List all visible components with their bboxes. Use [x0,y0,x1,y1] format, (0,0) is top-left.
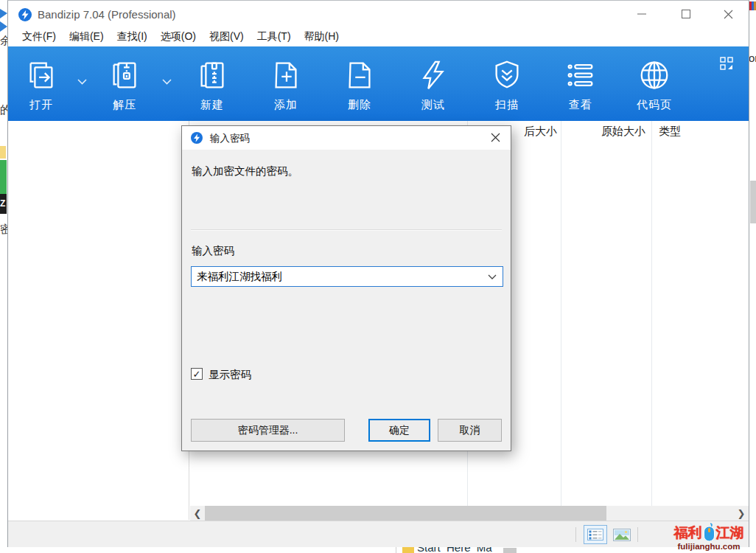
toolbar-open-label: 打开 [13,98,70,112]
background-clipped-text-right: or [749,52,756,64]
menu-find[interactable]: 查找(I) [111,28,154,46]
combobox-dropdown-chevron-icon[interactable] [488,274,497,279]
details-view-toggle[interactable] [584,525,607,544]
background-box-fragment [503,548,517,553]
horizontal-scrollbar[interactable]: ❮ ❯ [190,506,749,521]
watermark: 福利 江湖 fulijianghu.com [668,523,750,552]
toolbar-scan-button[interactable]: 扫描 [478,55,536,112]
close-icon [724,10,733,19]
column-header-original-size[interactable]: 原始大小 [572,125,645,139]
background-app-icon [0,9,7,34]
maximize-button[interactable] [673,4,699,24]
toolbar-delete-label: 删除 [331,98,388,112]
close-icon [491,133,500,142]
password-dialog: 输入密码 输入加密文件的密码。 输入密码 来福利江湖找福利 ✓ 显示密码 密码管… [181,125,511,451]
statusbar-divider [575,527,576,542]
toolbar-add-button[interactable]: 添加 [257,55,315,112]
checkmark-icon: ✓ [193,369,201,380]
scroll-left-arrow-icon[interactable]: ❮ [190,506,205,521]
desktop: 余 的 Z 密 or Start_Here_Ma Bandizip 7.04 (… [0,0,756,553]
menu-tools[interactable]: 工具(T) [251,28,298,46]
password-label: 输入密码 [192,244,234,258]
watermark-url: fulijianghu.com [668,543,750,552]
menu-options[interactable]: 选项(O) [154,28,203,46]
view-icon [564,58,598,92]
add-file-icon [269,58,303,92]
bandizip-logo-icon [191,132,203,144]
cancel-button[interactable]: 取消 [438,419,502,442]
toolbar-extract-button[interactable]: 解压 [96,55,153,112]
background-clipped-text: 密 [0,223,7,237]
background-color-bits [749,1,756,10]
bandizip-logo-icon [18,8,32,21]
extract-icon [108,58,141,92]
menu-edit[interactable]: 编辑(E) [63,28,111,46]
toolbar-test-button[interactable]: 测试 [405,55,462,112]
toolbar-new-label: 新建 [183,98,241,112]
toolbar-delete-button[interactable]: 删除 [331,55,388,112]
details-view-icon [587,529,603,540]
window-title: Bandizip 7.04 (Professional) [38,8,176,21]
scroll-right-arrow-icon[interactable]: ❯ [734,506,749,521]
background-divider [396,547,396,553]
toolbar-layout-toggle-icon[interactable] [720,57,733,70]
close-button[interactable] [715,4,741,24]
open-archive-icon [24,58,58,92]
toolbar-new-button[interactable]: 新建 [183,55,241,112]
watermark-text-right: 江湖 [716,526,744,540]
maximize-icon [682,10,690,18]
statusbar-divider [637,527,638,542]
extract-dropdown-chevron-icon[interactable] [162,79,172,85]
codepage-icon [637,58,671,92]
menu-view[interactable]: 视图(V) [203,28,251,46]
toolbar: 打开 解压 [8,46,749,121]
toolbar-view-button[interactable]: 查看 [552,55,609,112]
dialog-close-button[interactable] [483,128,508,147]
background-scrollbar-fragment [750,181,756,223]
show-password-checkbox[interactable]: ✓ [191,368,203,380]
test-icon [416,58,450,92]
toolbar-scan-label: 扫描 [478,98,536,112]
background-window-strip [749,0,756,553]
column-divider[interactable] [561,121,561,506]
toolbar-test-label: 测试 [405,98,462,112]
ok-button[interactable]: 确定 [368,419,430,442]
watermark-text-left: 福利 [674,526,702,540]
background-z-label: Z [0,194,7,214]
menu-file[interactable]: 文件(F) [15,28,63,46]
dialog-title-bar: 输入密码 [182,126,511,150]
background-clipped-text: 的 [0,103,7,117]
status-bar: 福利 江湖 fulijianghu.com [8,521,749,547]
toolbar-add-label: 添加 [257,98,315,112]
scan-icon [490,58,524,92]
new-archive-icon [195,58,229,92]
scrollbar-thumb[interactable] [205,506,606,521]
title-bar: Bandizip 7.04 (Professional) [8,1,749,29]
delete-file-icon [343,58,377,92]
toolbar-view-label: 查看 [552,98,609,112]
background-clipped-text: 余 [0,34,7,48]
dialog-title: 输入密码 [210,132,250,145]
dialog-description: 输入加密文件的密码。 [192,164,298,178]
dialog-separator [191,229,502,231]
column-divider[interactable] [651,121,652,506]
minimize-button[interactable] [629,4,654,24]
image-preview-icon [613,529,631,541]
toolbar-open-button[interactable]: 打开 [13,55,70,112]
open-dropdown-chevron-icon[interactable] [77,79,87,85]
minimize-icon [637,10,646,18]
password-combobox[interactable]: 来福利江湖找福利 [191,266,503,287]
background-folder-sliver [0,146,6,159]
toolbar-codepage-button[interactable]: 代码页 [626,55,683,112]
menu-bar: 文件(F) 编辑(E) 查找(I) 选项(O) 视图(V) 工具(T) 帮助(H… [8,27,749,46]
dialog-body: 输入加密文件的密码。 输入密码 来福利江湖找福利 ✓ 显示密码 密码管理器...… [182,150,511,452]
background-green-icon [0,160,7,194]
mouse-icon [703,523,715,542]
column-header-type[interactable]: 类型 [659,125,681,139]
toolbar-codepage-label: 代码页 [626,98,683,112]
show-password-label: 显示密码 [209,368,251,382]
password-manager-button[interactable]: 密码管理器... [191,419,345,442]
menu-help[interactable]: 帮助(H) [298,28,346,46]
preview-toggle[interactable] [611,525,633,544]
toolbar-extract-label: 解压 [96,98,153,112]
